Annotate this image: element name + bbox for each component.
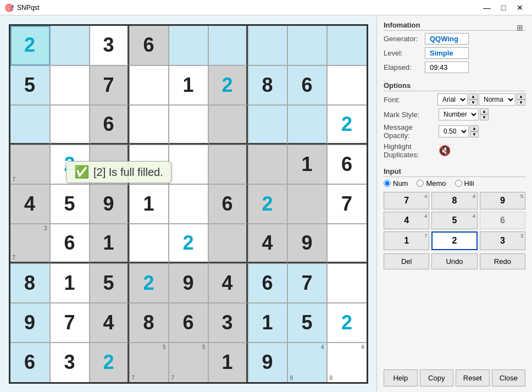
sudoku-cell[interactable] [327,224,367,263]
mark-style-spin-up[interactable]: ▲ [480,108,489,114]
sudoku-cell[interactable] [50,105,90,145]
sudoku-cell[interactable]: 5 [50,184,90,224]
sudoku-cell[interactable] [129,65,169,105]
sudoku-cell[interactable]: 2 [327,105,367,145]
radio-memo[interactable]: Memo [417,179,446,187]
sudoku-cell[interactable] [327,65,367,105]
num-button-6[interactable]: 6 [480,212,525,229]
sudoku-cell[interactable]: 5 [90,263,129,303]
sudoku-cell[interactable] [248,145,287,184]
sudoku-cell[interactable] [169,184,208,224]
num-button-2[interactable]: 2 [431,231,477,250]
close-window-button[interactable]: ✕ [512,2,528,14]
sudoku-cell[interactable]: 9 [287,224,327,263]
sudoku-cell[interactable]: 3 [208,303,248,343]
sudoku-cell[interactable]: 5 [10,65,50,105]
sudoku-cell[interactable]: 8 [129,303,169,343]
sudoku-cell[interactable]: 4 [208,263,248,303]
opacity-spin-down[interactable]: ▼ [470,131,479,137]
del-button[interactable]: Del [384,253,429,269]
sudoku-cell[interactable]: 2 [327,303,367,343]
sudoku-cell[interactable]: 1 [50,263,90,303]
sudoku-cell[interactable] [10,105,50,145]
message-opacity-select[interactable]: 0.50 [439,125,469,137]
sudoku-cell[interactable]: 6 [129,26,169,65]
close-button[interactable]: Close [492,369,526,387]
sudoku-cell[interactable] [169,26,208,65]
sudoku-cell[interactable] [208,26,248,65]
num-button-1[interactable]: 17 [384,231,429,250]
sudoku-cell[interactable] [248,26,287,65]
undo-button[interactable]: Undo [431,253,477,269]
sudoku-cell[interactable]: 57 [169,343,208,382]
font-spin-up[interactable]: ▲ [469,93,478,100]
sudoku-cell[interactable]: 7 [327,184,367,224]
sudoku-cell[interactable]: 6 [50,224,90,263]
sudoku-cell[interactable]: 9 [169,263,208,303]
num-button-4[interactable]: 44 [384,212,429,229]
expand-icon[interactable]: ⊞ [517,23,523,32]
sudoku-cell[interactable] [208,145,248,184]
sudoku-cell[interactable] [287,184,327,224]
sudoku-cell[interactable]: 1 [169,65,208,105]
sudoku-cell[interactable]: 6 [169,303,208,343]
highlight-duplicates-icon[interactable]: 🔇 [439,145,451,157]
sudoku-cell[interactable]: 57 [129,343,169,382]
sudoku-cell[interactable] [327,26,367,65]
sudoku-cell[interactable] [208,105,248,145]
sudoku-cell[interactable]: 9 [90,184,129,224]
sudoku-cell[interactable]: 6 [287,65,327,105]
sudoku-cell[interactable] [169,105,208,145]
sudoku-cell[interactable]: 6 [327,145,367,184]
sudoku-cell[interactable]: 37 [10,224,50,263]
sudoku-cell[interactable]: 9 [10,303,50,343]
sudoku-cell[interactable] [208,224,248,263]
font-select[interactable]: Arial [437,93,468,106]
sudoku-cell[interactable]: 2 [90,343,129,382]
sudoku-cell[interactable]: 5 [287,303,327,343]
sudoku-cell[interactable]: 2 [129,263,169,303]
font-style-spin-up[interactable]: ▲ [517,93,525,100]
sudoku-cell[interactable]: 7 [287,263,327,303]
num-button-8[interactable]: 84 [431,192,477,209]
sudoku-cell[interactable]: 7 [50,303,90,343]
sudoku-cell[interactable] [248,105,287,145]
sudoku-cell[interactable] [129,224,169,263]
sudoku-cell[interactable]: 2 [248,184,287,224]
sudoku-cell[interactable]: 7 [10,145,50,184]
font-style-select[interactable]: Norma [479,93,516,106]
sudoku-cell[interactable]: 48 [327,343,367,382]
num-button-9[interactable]: 95 [480,192,525,209]
sudoku-cell[interactable]: 6 [248,263,287,303]
reset-button[interactable]: Reset [456,369,490,387]
sudoku-cell[interactable]: 3 [90,26,129,65]
sudoku-cell[interactable]: 2 [169,224,208,263]
opacity-spin-up[interactable]: ▲ [470,125,479,131]
mark-style-spin-down[interactable]: ▼ [480,114,489,120]
font-spin-down[interactable]: ▼ [469,100,478,106]
sudoku-cell[interactable]: 6 [208,184,248,224]
help-button[interactable]: Help [384,369,418,387]
sudoku-cell[interactable]: 3 [50,343,90,382]
sudoku-cell[interactable]: 6 [10,343,50,382]
minimize-button[interactable]: — [479,2,495,14]
copy-button[interactable]: Copy [420,369,454,387]
mark-style-select[interactable]: Number [439,108,479,120]
num-button-3[interactable]: 33 [480,231,525,250]
sudoku-cell[interactable]: 2 [208,65,248,105]
sudoku-cell[interactable]: 8 [10,263,50,303]
font-style-spin-down[interactable]: ▼ [517,100,525,106]
sudoku-cell[interactable] [169,145,208,184]
sudoku-cell[interactable]: 1 [129,184,169,224]
sudoku-cell[interactable]: 48 [287,343,327,382]
num-button-7[interactable]: 74 [384,192,429,209]
sudoku-cell[interactable]: 6 [90,105,129,145]
sudoku-cell[interactable]: 7 [90,65,129,105]
sudoku-cell[interactable] [50,26,90,65]
sudoku-cell[interactable]: 4 [10,184,50,224]
sudoku-cell[interactable] [287,105,327,145]
maximize-button[interactable]: □ [496,2,511,14]
sudoku-cell[interactable]: 1 [248,303,287,343]
sudoku-cell[interactable] [287,26,327,65]
sudoku-cell[interactable]: 8 [248,65,287,105]
